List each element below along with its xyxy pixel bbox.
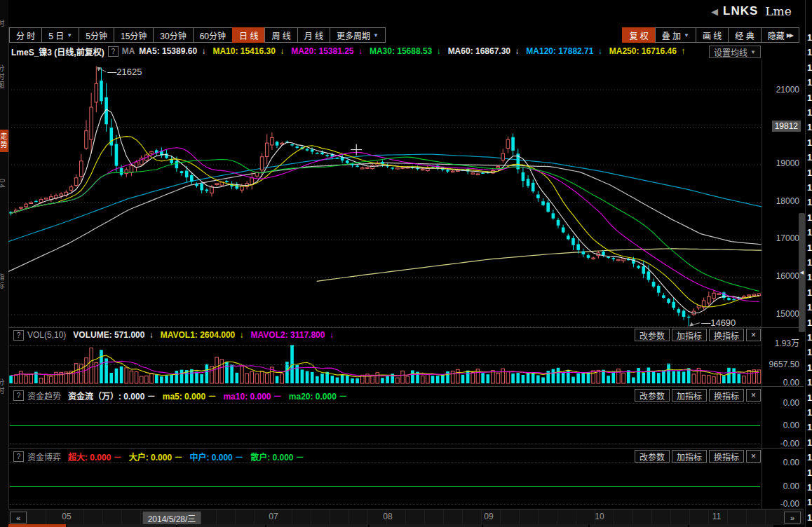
mavol-lines	[11, 355, 759, 377]
quote-digit-fragment: 1	[807, 227, 812, 238]
tool-button-4[interactable]: 隐藏▶▶	[761, 27, 799, 43]
modify-params-button[interactable]: 改参数	[635, 450, 670, 463]
left-rail-item[interactable]: 指标	[0, 273, 6, 290]
chevron-down-icon: ▼	[684, 32, 689, 39]
period-button-0[interactable]: 分 时	[9, 27, 42, 43]
add-indicator-button[interactable]: 加指标	[672, 389, 707, 402]
symbol-partial-text: Lme	[765, 4, 791, 18]
quote-digit-fragment: 1	[807, 302, 812, 313]
quote-digit-fragment: 1	[807, 167, 812, 178]
gridline	[10, 364, 760, 365]
period-button-7[interactable]: 周 线	[264, 27, 297, 43]
period-button-2[interactable]: 5分钟	[79, 27, 114, 43]
quote-digit-fragment: 1	[807, 437, 812, 448]
scroll-left-button[interactable]: «	[10, 512, 27, 523]
help-icon[interactable]: ?	[13, 451, 24, 462]
volume-svg[interactable]	[8, 343, 762, 384]
switch-indicator-button[interactable]: 换指标	[709, 450, 744, 463]
quote-digit-fragment: 1	[807, 377, 812, 388]
gridline	[10, 463, 760, 463]
trend-legend-item: ma5: 0.000 －	[163, 390, 217, 402]
quote-digit-fragment: 1	[807, 62, 812, 73]
ma-toggle-label[interactable]: MA	[122, 46, 135, 56]
top-header-band: ◀ LNKS Lme	[8, 0, 812, 27]
period-button-1[interactable]: 5 日▼	[41, 27, 79, 43]
tool-button-0[interactable]: 复 权	[622, 27, 655, 43]
vol-axis-label: 9657.50	[769, 360, 799, 369]
ma-legend: MA5: 15389.60 ↓MA10: 15416.30 ↓MA20: 153…	[139, 46, 692, 56]
bottom-tab-fragment[interactable]	[177, 524, 265, 527]
bottom-tab-fragment[interactable]	[266, 524, 368, 527]
bottom-tab-fragment[interactable]	[689, 524, 773, 527]
help-icon[interactable]: ?	[13, 390, 24, 401]
period-button-label: 分 时	[16, 29, 35, 41]
game-zero-line	[10, 486, 760, 487]
game-legend-item: 大户: 0.000 －	[129, 451, 183, 463]
left-rail-item[interactable]: 分时	[0, 378, 6, 395]
ma-lines-short	[11, 109, 759, 313]
quote-digit-fragment: 1	[807, 93, 812, 103]
left-rail-item[interactable]: 04	[0, 179, 6, 189]
switch-indicator-button[interactable]: 换指标	[709, 389, 744, 402]
quote-digit-fragment: 1	[807, 47, 812, 57]
time-label: 10	[595, 512, 604, 521]
svg-text:—21625: —21625	[107, 67, 142, 77]
bottom-tab-fragment[interactable]	[67, 524, 176, 527]
bottom-tab-fragment[interactable]	[590, 524, 688, 527]
bottom-tab-fragment[interactable]	[370, 524, 482, 527]
panel-separator	[8, 386, 804, 387]
gridline	[10, 345, 760, 346]
ma-settings-button[interactable]: 设置均线 ▼	[709, 46, 761, 58]
bottom-tab-fragment[interactable]	[483, 524, 588, 527]
game-axis-label: -0.00	[780, 499, 799, 509]
volume-chart[interactable]	[8, 343, 762, 384]
tool-button-2[interactable]: 画 线	[696, 27, 729, 43]
left-rail-active-tab[interactable]: 走势	[0, 130, 8, 152]
tool-button-1[interactable]: 叠 加▼	[655, 27, 696, 43]
period-button-label: 5分钟	[86, 29, 107, 41]
scroll-right-button[interactable]: »	[784, 512, 801, 523]
game-axis-label: 0.00	[783, 458, 799, 467]
panel-collapse-handle[interactable]: ◀	[799, 213, 805, 332]
indicator-header: LmeS_镍3 (日线,前复权) ? MA MA5: 15389.60 ↓MA1…	[11, 44, 692, 58]
period-button-6[interactable]: 日 线	[232, 27, 265, 43]
period-button-5[interactable]: 60分钟	[193, 27, 233, 43]
period-button-9[interactable]: 更多周期▼	[330, 27, 386, 43]
period-button-label: 5 日	[48, 29, 64, 41]
period-button-label: 更多周期	[337, 29, 370, 41]
bottom-tab-fragment[interactable]	[8, 524, 66, 527]
panel-separator	[8, 448, 804, 449]
add-indicator-button[interactable]: 加指标	[672, 329, 707, 341]
close-panel-button[interactable]: ×	[746, 450, 761, 463]
ma-legend-item: MA250: 16716.46 ↑	[609, 46, 685, 56]
window-symbol-header: ◀ LNKS Lme	[711, 4, 802, 18]
arrow-down-icon: ↓	[513, 46, 519, 56]
add-indicator-button[interactable]: 加指标	[672, 450, 707, 463]
quote-digit-fragment: 1	[807, 197, 812, 207]
quote-digit-fragment: 1	[807, 317, 812, 328]
close-panel-button[interactable]: ×	[746, 329, 761, 341]
candlestick-chart[interactable]: —21625—14690	[8, 60, 762, 327]
period-button-3[interactable]: 15分钟	[114, 27, 154, 43]
arrow-up-icon: ↑	[679, 46, 685, 56]
tool-button-3[interactable]: 经 典	[728, 27, 761, 43]
modify-params-button[interactable]: 改参数	[635, 329, 670, 341]
switch-indicator-button[interactable]: 换指标	[709, 329, 744, 341]
vol-legend-item: MAVOL1: 2604.000 ↓	[161, 330, 244, 340]
chevron-left-icon[interactable]: ◀	[711, 6, 718, 17]
period-button-4[interactable]: 30分钟	[153, 27, 193, 43]
close-panel-button[interactable]: ×	[746, 389, 761, 402]
modify-params-button[interactable]: 改参数	[635, 389, 670, 402]
period-button-8[interactable]: 月 线	[297, 27, 330, 43]
left-rail-item[interactable]: 分时图	[0, 64, 6, 90]
game-axis-label: 0.00	[783, 481, 799, 491]
tool-button-label: 经 典	[735, 29, 754, 41]
bottom-tab-strip[interactable]	[8, 524, 812, 527]
left-rail-item[interactable]: 时	[0, 20, 6, 28]
help-icon[interactable]: ?	[108, 46, 119, 57]
help-icon[interactable]: ?	[13, 330, 24, 341]
ma-legend-item: MA60: 16867.30 ↓	[448, 46, 520, 56]
trend-axis-label: -0.00	[780, 439, 799, 449]
main-chart-svg[interactable]: —21625—14690	[8, 60, 762, 327]
crosshair-price-tag: 19812	[772, 121, 801, 132]
